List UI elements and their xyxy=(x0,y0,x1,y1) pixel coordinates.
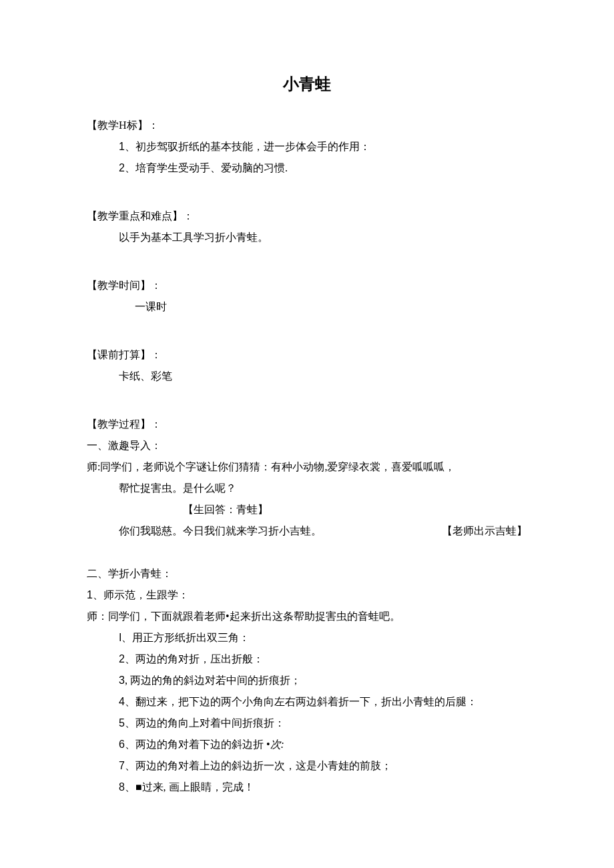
step-7-text: 、两边的角对着上边的斜边折一次，这是小青娃的前肢； xyxy=(125,760,392,771)
part2-sub-text: 、师示范，生跟学： xyxy=(93,589,189,600)
prep-header: 【课前打算】： xyxy=(87,344,527,366)
time-header: 【教学时间】： xyxy=(87,275,527,296)
focus-header: 【教学重点和难点】： xyxy=(87,205,527,227)
num-label: 4 xyxy=(119,696,125,707)
num-label: 1 xyxy=(87,589,93,600)
spacer xyxy=(87,248,527,270)
part1-line4: 你们我聪慈。今日我们就来学习折小吉蛙。 【老师出示吉蛙】 xyxy=(87,520,527,542)
step-3-text: , 两边的角的斜边对若中间的折痕折； xyxy=(125,675,301,686)
process-header: 【教学过程】： xyxy=(87,414,527,435)
part1-line1: 师:同学们，老师说个字谜让你们猜猜：有种小动物,爱穿绿衣裳，喜爱呱呱呱， xyxy=(87,456,527,478)
num-label: 8 xyxy=(119,781,125,793)
prep-line-1: 卡纸、彩笔 xyxy=(87,366,527,387)
step-1-text: 、用正方形纸折出双三角： xyxy=(121,632,250,643)
num-label: 5 xyxy=(119,717,125,729)
step-3: 3, 两边的角的斜边对若中间的折痕折； xyxy=(87,670,527,691)
step-5-text: 、两边的角向上对着中间折痕折： xyxy=(125,717,285,729)
step-5: 5、两边的角向上对着中间折痕折： xyxy=(87,713,527,734)
part1-header: 一、激趣导入： xyxy=(87,435,527,456)
page-title: 小青蛙 xyxy=(87,73,527,95)
num-label: 6 xyxy=(119,739,125,750)
spacer xyxy=(87,318,527,339)
step-8: 8、■过来, 画上眼睛，完成！ xyxy=(87,777,527,798)
step-8-text: 、■过来, 画上眼睛，完成！ xyxy=(125,781,254,793)
spacer xyxy=(87,179,527,200)
step-4: 4、翻过来，把下边的两个小角向左右两边斜着折一下，折出小青蛙的后腿： xyxy=(87,691,527,713)
part1-line4-right: 【老师出示吉蛙】 xyxy=(442,520,527,542)
part2-header: 二、学折小青蛙： xyxy=(87,563,527,584)
num-label: 2 xyxy=(119,653,125,665)
step-1: I、用正方形纸折出双三角： xyxy=(87,627,527,648)
num-label: 2 xyxy=(119,162,125,173)
spacer xyxy=(87,387,527,408)
part2-line1: 师：同学们，下面就跟着老师•起来折出这条帮助捉害虫的音蛙吧。 xyxy=(87,606,527,627)
part1-line4-left: 你们我聪慈。今日我们就来学习折小吉蛙。 xyxy=(119,520,322,542)
part1-line2: 帮忙捉害虫。是什么呢？ xyxy=(87,478,527,499)
step-2: 2、两边的角对折，压出折般： xyxy=(87,648,527,670)
part2-sub: 1、师示范，生跟学： xyxy=(87,584,527,606)
objectives-text-2: 、培育学生受动手、爱动脑的习惯. xyxy=(125,162,288,173)
num-label: 1 xyxy=(119,141,125,152)
num-label: 3 xyxy=(119,675,125,686)
part1-line3: 【生回答：青蛙】 xyxy=(87,499,527,520)
objectives-line-2: 2、培育学生受动手、爱动脑的习惯. xyxy=(87,157,527,179)
objectives-header: 【教学H标】： xyxy=(87,115,527,136)
objectives-line-1: 1、初步驾驭折纸的基本技能，进一步体会手的作用： xyxy=(87,136,527,157)
time-line-1: 一课时 xyxy=(87,296,527,318)
step-2-text: 、两边的角对折，压出折般： xyxy=(125,653,264,665)
step-7: 7、两边的角对着上边的斜边折一次，这是小青娃的前肢； xyxy=(87,755,527,777)
step-6: 6、两边的角对着下边的斜边折 •次: xyxy=(87,734,527,755)
num-label: 7 xyxy=(119,760,125,771)
step-4-text: 、翻过来，把下边的两个小角向左右两边斜着折一下，折出小青蛙的后腿： xyxy=(125,696,477,707)
spacer xyxy=(87,542,527,563)
step-6-text: 、两边的角对着下边的斜边折 •次: xyxy=(125,739,284,750)
objectives-text-1: 、初步驾驭折纸的基本技能，进一步体会手的作用： xyxy=(125,141,370,152)
focus-line-1: 以手为基本工具学习折小青蛙。 xyxy=(87,227,527,248)
